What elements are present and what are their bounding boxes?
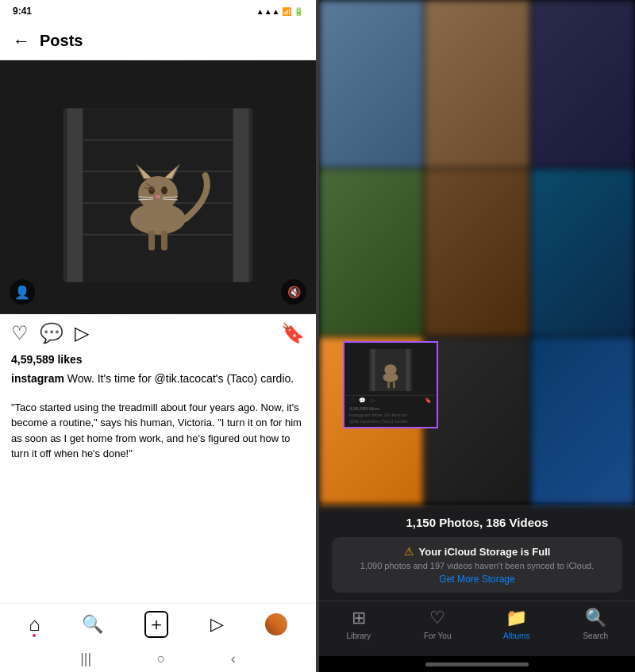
- caption-text: Wow. It's time for @tik.tacocat's (Taco)…: [67, 372, 294, 385]
- bottom-nav: ⌂ 🔍 ＋ ▷ ||| ○ ‹: [0, 603, 316, 672]
- posts-header: ← Posts: [0, 22, 316, 60]
- caption-username: instagram: [11, 372, 64, 385]
- get-more-storage-link[interactable]: Get More Storage: [439, 574, 514, 585]
- for-you-label: For You: [424, 632, 451, 640]
- for-you-icon: ♡: [429, 608, 445, 628]
- android-back[interactable]: ‹: [231, 651, 236, 667]
- grid-cell[interactable]: [319, 169, 423, 336]
- page-title: Posts: [40, 32, 83, 50]
- svg-rect-21: [161, 231, 167, 251]
- grid-cell[interactable]: [531, 337, 635, 505]
- status-time: 9:41: [13, 6, 32, 17]
- back-button[interactable]: ←: [13, 31, 30, 52]
- search-label: Search: [583, 632, 608, 640]
- nav-profile[interactable]: [265, 613, 287, 636]
- status-icons: ▲▲▲ 📶 🔋: [256, 7, 303, 16]
- photos-nav-row: ⊞ Library ♡ For You 📁 Albums 🔍 Search: [319, 608, 635, 656]
- albums-label: Albums: [503, 632, 529, 640]
- svg-point-16: [161, 186, 167, 194]
- caption: instagram Wow. It's time for @tik.tacoca…: [0, 371, 316, 394]
- screenshot-mini-image: [346, 344, 435, 396]
- grid-cell[interactable]: [425, 337, 529, 505]
- comment-button[interactable]: 💬: [40, 322, 64, 344]
- status-bar: 9:41 ▲▲▲ 📶 🔋: [0, 0, 316, 22]
- home-bar: [425, 662, 529, 666]
- post-body: "Taco started using the treadmill about …: [0, 394, 316, 471]
- profile-badge[interactable]: 👤: [10, 279, 35, 305]
- post-image: 👤 🔇: [0, 60, 316, 314]
- share-button[interactable]: ▷: [75, 322, 89, 344]
- warning-row: ⚠ Your iCloud Storage is Full: [404, 545, 551, 558]
- svg-rect-32: [387, 382, 390, 388]
- nav-icons-row: ⌂ 🔍 ＋ ▷: [0, 604, 316, 645]
- svg-rect-2: [67, 109, 83, 282]
- nav-home[interactable]: ⌂: [29, 613, 40, 636]
- svg-rect-33: [393, 382, 395, 388]
- nav-search[interactable]: 🔍 Search: [568, 608, 623, 640]
- svg-point-17: [156, 195, 160, 198]
- photos-grid: [319, 0, 635, 505]
- svg-point-31: [384, 364, 396, 375]
- likes-count: 4,59,589 likes: [11, 353, 83, 366]
- grid-cell[interactable]: [425, 0, 529, 167]
- photos-count: 1,150 Photos, 186 Videos: [332, 516, 622, 529]
- mini-actions: ♡💬▷ 🔖: [346, 396, 435, 405]
- grid-cell[interactable]: [531, 169, 635, 336]
- photos-info-bar: 1,150 Photos, 186 Videos ⚠ Your iCloud S…: [319, 505, 635, 601]
- search-icon: 🔍: [585, 608, 606, 628]
- mute-button[interactable]: 🔇: [281, 279, 306, 305]
- grid-cell[interactable]: [425, 169, 529, 336]
- nav-search[interactable]: 🔍: [82, 614, 103, 635]
- android-nav: ||| ○ ‹: [0, 645, 316, 672]
- library-label: Library: [346, 632, 371, 640]
- screenshot-preview[interactable]: ♡💬▷ 🔖 4,59,589 likes instagram Wow. It's…: [343, 341, 438, 428]
- icloud-warning: ⚠ Your iCloud Storage is Full 1,090 phot…: [332, 537, 622, 593]
- home-indicator: [319, 656, 635, 672]
- nav-for-you[interactable]: ♡ For You: [410, 608, 465, 640]
- warning-icon: ⚠: [404, 545, 414, 558]
- likes-section: 4,59,589 likes: [0, 352, 316, 371]
- bookmark-button[interactable]: 🔖: [281, 322, 305, 344]
- grid-cell[interactable]: [319, 0, 423, 167]
- like-button[interactable]: ♡: [11, 322, 29, 344]
- grid-cell[interactable]: [531, 0, 635, 167]
- android-home[interactable]: ○: [157, 651, 166, 667]
- instagram-panel: 9:41 ▲▲▲ 📶 🔋 ← Posts: [0, 0, 316, 672]
- nav-reels[interactable]: ▷: [210, 614, 224, 635]
- svg-rect-3: [233, 109, 249, 282]
- nav-add[interactable]: ＋: [144, 611, 168, 638]
- nav-library[interactable]: ⊞ Library: [331, 608, 387, 640]
- svg-point-10: [138, 176, 178, 211]
- albums-icon: 📁: [506, 608, 527, 628]
- svg-rect-20: [148, 231, 155, 251]
- svg-rect-28: [371, 349, 375, 391]
- mini-text: 4,59,589 likes instagram Wow. It's time …: [346, 405, 435, 425]
- warning-title: Your iCloud Storage is Full: [419, 546, 551, 558]
- svg-rect-29: [406, 349, 410, 391]
- action-icons-left: ♡ 💬 ▷: [11, 322, 89, 344]
- action-bar: ♡ 💬 ▷ 🔖: [0, 314, 316, 352]
- android-menu[interactable]: |||: [80, 651, 91, 667]
- library-icon: ⊞: [352, 608, 366, 628]
- nav-albums[interactable]: 📁 Albums: [489, 608, 545, 640]
- photos-bottom-nav: ⊞ Library ♡ For You 📁 Albums 🔍 Search: [319, 601, 635, 672]
- warning-subtitle: 1,090 photos and 197 videos haven't been…: [360, 561, 594, 570]
- photos-panel: ♡💬▷ 🔖 4,59,589 likes instagram Wow. It's…: [319, 0, 635, 672]
